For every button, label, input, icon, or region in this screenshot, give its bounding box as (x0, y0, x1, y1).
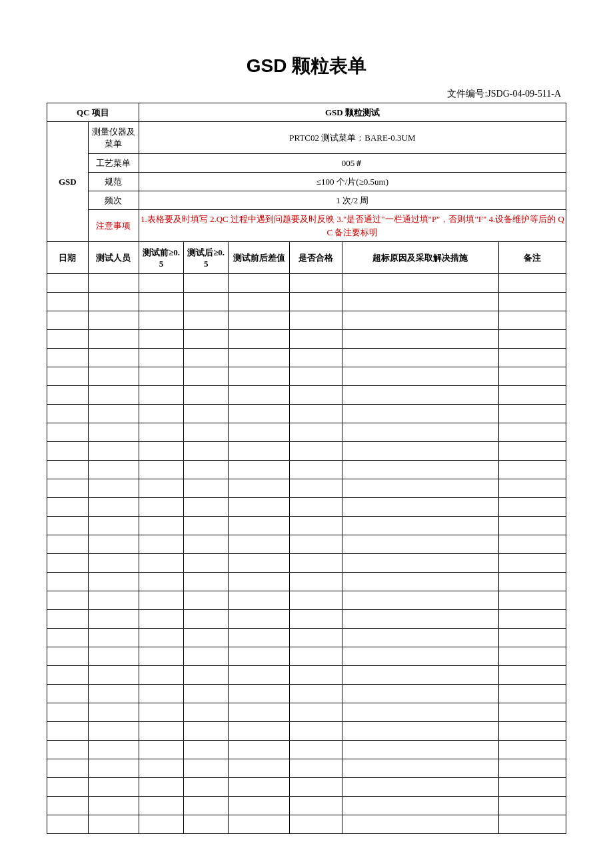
empty-cell (229, 405, 290, 423)
empty-cell (498, 517, 566, 535)
empty-cell (88, 591, 139, 610)
empty-cell (342, 610, 498, 629)
table-row (47, 293, 566, 311)
empty-cell (229, 741, 290, 759)
page-title: GSD 颗粒表单 (47, 53, 566, 79)
empty-cell (498, 685, 566, 703)
empty-cell (47, 554, 89, 573)
empty-cell (229, 629, 290, 647)
empty-cell (139, 311, 183, 330)
empty-cell (290, 386, 342, 405)
table-row (47, 479, 566, 498)
empty-cell (229, 685, 290, 703)
empty-cell (184, 367, 229, 386)
empty-cell (139, 517, 183, 535)
empty-cell (139, 610, 183, 629)
empty-cell (47, 722, 89, 741)
empty-cell (498, 293, 566, 311)
empty-cell (88, 703, 139, 722)
freq-label: 频次 (88, 191, 139, 210)
empty-cell (88, 274, 139, 293)
empty-cell (229, 759, 290, 778)
empty-cell (184, 591, 229, 610)
empty-cell (342, 386, 498, 405)
empty-cell (184, 629, 229, 647)
empty-cell (88, 797, 139, 815)
empty-cell (47, 610, 89, 629)
empty-cell (184, 703, 229, 722)
col-pass: 是否合格 (290, 242, 342, 274)
empty-cell (229, 610, 290, 629)
empty-cell (184, 666, 229, 685)
empty-cell (139, 797, 183, 815)
empty-cell (342, 461, 498, 479)
empty-cell (290, 554, 342, 573)
freq-value: 1 次/2 周 (139, 191, 566, 210)
table-row (47, 778, 566, 797)
empty-cell (139, 405, 183, 423)
empty-cell (290, 685, 342, 703)
empty-cell (47, 498, 89, 517)
empty-cell (184, 741, 229, 759)
empty-cell (139, 685, 183, 703)
empty-cell (498, 741, 566, 759)
empty-cell (88, 610, 139, 629)
empty-cell (47, 293, 89, 311)
empty-cell (47, 741, 89, 759)
empty-cell (184, 461, 229, 479)
empty-cell (184, 386, 229, 405)
empty-cell (498, 591, 566, 610)
empty-cell (88, 517, 139, 535)
empty-cell (290, 442, 342, 461)
empty-cell (342, 442, 498, 461)
empty-cell (139, 461, 183, 479)
spec-value: ≤100 个/片(≥0.5um) (139, 173, 566, 191)
empty-cell (88, 293, 139, 311)
gsd-label: GSD (47, 122, 89, 242)
empty-cell (229, 554, 290, 573)
spec-label: 规范 (88, 173, 139, 191)
empty-cell (184, 685, 229, 703)
empty-cell (229, 367, 290, 386)
empty-cell (229, 311, 290, 330)
empty-cell (290, 367, 342, 386)
empty-cell (342, 759, 498, 778)
empty-cell (88, 479, 139, 498)
empty-cell (342, 815, 498, 834)
empty-cell (47, 573, 89, 591)
empty-cell (184, 405, 229, 423)
empty-cell (88, 741, 139, 759)
empty-cell (498, 703, 566, 722)
empty-cell (290, 778, 342, 797)
empty-cell (229, 442, 290, 461)
empty-cell (47, 703, 89, 722)
empty-cell (290, 629, 342, 647)
empty-cell (498, 666, 566, 685)
table-row (47, 535, 566, 554)
empty-cell (47, 647, 89, 666)
empty-cell (88, 573, 139, 591)
empty-cell (47, 629, 89, 647)
table-row (47, 629, 566, 647)
empty-cell (184, 311, 229, 330)
empty-cell (342, 535, 498, 554)
empty-cell (290, 517, 342, 535)
empty-cell (184, 535, 229, 554)
empty-cell (342, 293, 498, 311)
empty-cell (342, 349, 498, 367)
empty-cell (498, 442, 566, 461)
empty-cell (139, 741, 183, 759)
empty-cell (47, 442, 89, 461)
col-before: 测试前≥0.5 (139, 242, 183, 274)
table-row (47, 498, 566, 517)
doc-number: 文件编号:JSDG-04-09-511-A (47, 88, 566, 100)
empty-cell (290, 759, 342, 778)
col-after: 测试后≥0.5 (184, 242, 229, 274)
empty-cell (229, 349, 290, 367)
empty-cell (229, 815, 290, 834)
empty-cell (290, 405, 342, 423)
empty-cell (88, 498, 139, 517)
empty-cell (498, 349, 566, 367)
empty-cell (47, 330, 89, 349)
empty-cell (139, 629, 183, 647)
